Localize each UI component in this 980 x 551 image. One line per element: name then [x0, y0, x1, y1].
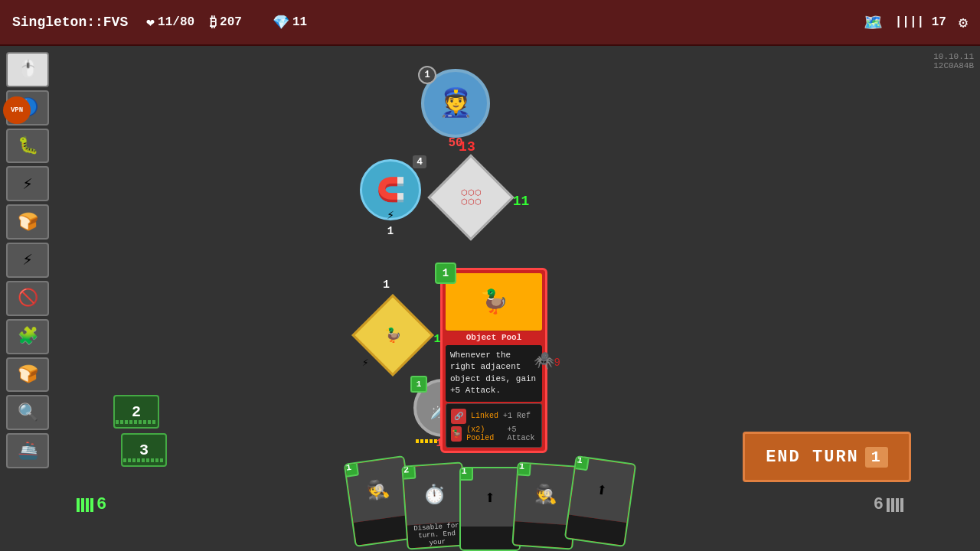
police-circle: 1 👮 50	[421, 69, 490, 138]
buff-row-pooled: 🦆 (x2) Pooled +5 Attack	[451, 425, 537, 442]
bread-icon: 🍞	[18, 212, 38, 233]
hand-cards: 1 🕵️ 2 ⏱️ Disable for turn. End your 1 ⬆…	[352, 459, 628, 551]
cursor-icon: 🖱️	[18, 59, 38, 80]
sidebar-item-0[interactable]: 🖱️	[6, 52, 49, 87]
gem-value: 11	[292, 15, 307, 29]
duck-lightning: ⚡	[362, 356, 368, 369]
lightning-icon: ⚡	[22, 174, 32, 194]
sidebar-item-10[interactable]: 🚢	[6, 433, 49, 468]
battle-area: 1 👮 50 🧲 4 ⚡ 1 ⬡⬡⬡⬡⬡⬡	[92, 46, 980, 474]
debug-line1: 10.10.11	[933, 52, 974, 61]
card-cost: 1	[435, 262, 456, 284]
currency-stat: ₿ 207	[210, 15, 242, 31]
unit-magnet[interactable]: 🧲 4 ⚡ 1	[360, 159, 421, 220]
right-bars	[887, 498, 903, 512]
search-icon: 🔍	[18, 403, 38, 423]
sidebar-item-3[interactable]: ⚡	[6, 166, 49, 201]
game-title: Singleton::FVS	[12, 15, 128, 30]
top-bar: Singleton::FVS ❤️ 11/80 ₿ 207 💎 11 🗺️ ||…	[0, 0, 980, 46]
green-card-3[interactable]: 3	[121, 433, 167, 467]
no-icon: 🚫	[18, 288, 38, 308]
hand-card-2-label	[461, 527, 519, 549]
card-title: Object Pool	[446, 331, 542, 344]
sidebar-item-7[interactable]: 🧩	[6, 319, 49, 354]
linked-icon: 🔗	[451, 409, 466, 424]
green-card-2[interactable]: 2	[113, 395, 159, 429]
currency-value: 207	[220, 15, 242, 29]
lightning2-icon: ⚡	[22, 249, 32, 270]
buff-row-linked: 🔗 Linked +1 Ref	[451, 409, 537, 424]
heart-icon: ❤️	[146, 14, 155, 31]
green-card-stack[interactable]: 2 3	[113, 395, 167, 467]
green-strip-3	[123, 458, 165, 462]
pooled-icon: 🦆	[451, 426, 462, 442]
sidebar-item-9[interactable]: 🔍	[6, 395, 49, 430]
spider-badge: 🕷️9	[534, 350, 560, 370]
ship-icon: 🚢	[18, 441, 38, 461]
hand-card-1[interactable]: 2 ⏱️ Disable for turn. End your	[401, 461, 468, 549]
magnet-lightning: ⚡	[387, 207, 394, 223]
virus-inner: ⬡⬡⬡⬡⬡⬡	[461, 188, 482, 207]
bitcoin-icon: ₿	[210, 15, 217, 31]
hand-card-1-label: Disable for turn. End your	[407, 521, 467, 548]
pooled-label: (x2) Pooled	[466, 425, 502, 442]
unit-virus[interactable]: ⬡⬡⬡⬡⬡⬡ 13 11	[440, 167, 509, 236]
sidebar-item-6[interactable]: 🚫	[6, 281, 49, 316]
knife-level: 1	[410, 376, 427, 393]
card-buffs: 🔗 Linked +1 Ref 🦆 (x2) Pooled +5 Attack	[446, 403, 542, 448]
object-pool-card[interactable]: 1 🦆 Object Pool Whenever the right adjac…	[440, 268, 547, 453]
end-turn-label: END TURN	[766, 448, 859, 467]
game-area: 10.10.11 12C0A84B 🖱️ 🔵 🐛 ⚡ 🍞 ⚡ 🚫 🧩 🍞	[0, 46, 980, 551]
topbar-right: 🗺️ |||| 17 ⚙️	[864, 13, 968, 32]
end-turn-button[interactable]: END TURN 1	[743, 432, 911, 482]
virus-attack: 13	[459, 139, 475, 155]
hand-card-4[interactable]: 1 ⬆️	[564, 455, 637, 547]
end-turn-number: 1	[865, 447, 888, 468]
right-resource-value: 6	[874, 495, 884, 514]
duck-emoji: 🦆	[384, 327, 401, 344]
right-resource: 6	[874, 495, 903, 514]
sidebar-item-8[interactable]: 🍞	[6, 357, 49, 393]
virus-diamond: ⬡⬡⬡⬡⬡⬡ 13 11	[427, 154, 514, 240]
police-level: 1	[418, 66, 436, 84]
vpn-badge: VPN	[3, 96, 31, 124]
debug-line2: 12C0A84B	[933, 61, 974, 70]
bread2-icon: 🍞	[18, 364, 38, 385]
magnet-circle: 🧲 4 ⚡	[360, 159, 421, 220]
gem-icon: 💎	[273, 14, 289, 31]
pooled-value: +5 Attack	[507, 425, 537, 442]
left-resource: 6	[77, 495, 106, 514]
gear-icon[interactable]: ⚙️	[959, 13, 968, 32]
card-description: Whenever the right adjacent object dies,…	[446, 345, 542, 402]
virus-hp: 11	[513, 194, 530, 209]
left-resource-value: 6	[96, 495, 106, 514]
bug-icon: 🐛	[18, 135, 38, 156]
left-bars	[77, 498, 93, 512]
green-card-2-num: 2	[132, 403, 141, 421]
card-main: 1 🦆 Object Pool Whenever the right adjac…	[440, 268, 547, 453]
puzzle-icon: 🧩	[18, 326, 38, 347]
unit-police[interactable]: 1 👮 50	[421, 69, 490, 138]
sidebar-item-2[interactable]: 🐛	[6, 129, 49, 164]
magnet-emoji: 🧲	[377, 176, 405, 204]
card-image: 🦆	[446, 273, 542, 331]
gem-stat: 💎 11	[273, 14, 307, 31]
spider-level: 9	[554, 356, 560, 368]
sidebar-item-4[interactable]: 🍞	[6, 204, 49, 240]
magnet-hp-display: 1	[387, 225, 394, 237]
debug-info: 10.10.11 12C0A84B	[933, 52, 974, 70]
police-emoji: 👮	[439, 86, 473, 120]
unit-duck1[interactable]: 🦆 1 19 ⚡	[364, 306, 433, 375]
linked-label: Linked	[471, 412, 498, 420]
hp-display: 11/80	[158, 15, 194, 29]
sidebar-item-5[interactable]: ⚡	[6, 243, 49, 278]
green-card-3-num: 3	[139, 442, 149, 459]
hp-stat: ❤️ 11/80	[146, 14, 194, 31]
duck-attack: 1	[383, 279, 390, 292]
map-icon[interactable]: 🗺️	[864, 13, 883, 32]
bars-stat: |||| 17	[895, 15, 946, 29]
linked-value: +1 Ref	[503, 412, 531, 420]
card-duck-emoji: 🦆	[480, 288, 508, 316]
duck-diamond: 🦆 1 19 ⚡	[351, 294, 433, 376]
magnet-atk: 4	[413, 155, 426, 168]
